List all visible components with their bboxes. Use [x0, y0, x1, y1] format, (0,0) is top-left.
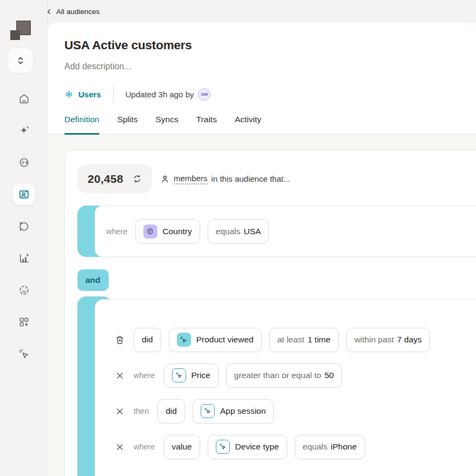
time-window-button[interactable]: within past 7 days: [346, 328, 430, 352]
sidebar-nav: [0, 92, 48, 379]
member-count: 20,458: [88, 173, 123, 186]
entity-label: Users: [78, 90, 101, 99]
sidebar-item-analytics[interactable]: [17, 252, 30, 265]
sidebar: [0, 0, 48, 476]
x-icon: [115, 407, 124, 416]
value-button[interactable]: value: [164, 435, 200, 459]
did-label: did: [142, 335, 153, 345]
keyword-then: then: [134, 407, 149, 415]
members-link[interactable]: members: [174, 174, 208, 184]
main-panel: USA Active customers Add description... …: [48, 23, 476, 476]
tab-definition[interactable]: Definition: [64, 115, 100, 134]
message-sparkle-icon: [18, 220, 30, 233]
event-label: App session: [220, 406, 266, 416]
sidebar-item-audiences[interactable]: [17, 188, 30, 201]
sidebar-item-integrations[interactable]: [17, 315, 30, 328]
condition-row: where Country equals USA: [95, 206, 476, 257]
breadcrumb-back[interactable]: All audiences: [45, 5, 100, 18]
window-muted: within past: [354, 335, 394, 345]
operator-button-equals-usa[interactable]: equals USA: [208, 219, 269, 243]
operator-value: 50: [325, 371, 334, 380]
event-property-chip: [172, 368, 186, 382]
event-row-did: did Product viewed: [113, 328, 476, 352]
frequency-button[interactable]: at least 1 time: [269, 328, 339, 352]
event-row-then-did: then did App session: [113, 399, 476, 424]
condition-group-1: where Country equals USA: [77, 206, 476, 257]
sidebar-item-journeys[interactable]: [17, 156, 30, 169]
event-button-product-viewed[interactable]: Product viewed: [169, 328, 262, 352]
frequency-muted: at least: [277, 335, 305, 345]
tab-activity[interactable]: Activity: [235, 115, 261, 134]
remove-row-button[interactable]: [113, 407, 126, 416]
cursor-sparkle-icon: [18, 348, 30, 360]
chevron-left-icon: [45, 8, 52, 15]
chevrons-up-down-icon: [15, 55, 27, 67]
tab-traits[interactable]: Traits: [196, 115, 217, 134]
frequency-value: 1 time: [308, 335, 330, 345]
logo-square-small: [10, 30, 20, 40]
remove-row-button[interactable]: [113, 371, 126, 380]
operator-value: USA: [243, 227, 261, 236]
event-chip: [177, 333, 191, 347]
sidebar-item-engage[interactable]: [17, 220, 30, 233]
contact-card-plus-icon: [18, 188, 30, 201]
audience-header: USA Active customers Add description... …: [48, 23, 476, 102]
cursor-sparkle-icon: [219, 443, 227, 451]
did-button[interactable]: did: [134, 328, 161, 352]
operator-button-gte-50[interactable]: greater than or equal to 50: [226, 363, 342, 388]
event-chip: [201, 404, 215, 418]
tab-syncs[interactable]: Syncs: [156, 115, 178, 134]
definition-card: 20,458 members in this audience that: [64, 150, 476, 476]
sidebar-item-activation[interactable]: [17, 347, 30, 360]
cursor-sparkle-icon: [180, 336, 188, 344]
shapes-plus-icon: [18, 316, 30, 328]
updated-text: Updated 3h ago by: [125, 90, 194, 99]
did-label: did: [166, 406, 177, 416]
property-button-country[interactable]: Country: [135, 219, 200, 243]
tab-bar: Definition Splits Syncs Traits Activity: [48, 115, 476, 134]
event-label: Product viewed: [196, 335, 254, 345]
event-condition-card: did Product viewed: [95, 299, 476, 476]
x-icon: [115, 371, 124, 380]
refresh-icon: [133, 174, 142, 183]
members-suffix: in this audience that...: [211, 174, 290, 183]
operator-muted: equals: [303, 442, 328, 452]
sidebar-item-face-scan[interactable]: [17, 283, 30, 296]
property-button-price[interactable]: Price: [164, 363, 219, 388]
tab-splits[interactable]: Splits: [117, 115, 138, 134]
property-button-device-type[interactable]: Device type: [208, 435, 287, 459]
keyword-where: where: [134, 371, 155, 380]
delete-row-button[interactable]: [113, 334, 126, 346]
circle-play-icon: [18, 156, 30, 169]
updated-info: Updated 3h ago by DM: [125, 88, 211, 101]
chart-plus-icon: [18, 252, 30, 265]
workspace-switcher-button[interactable]: [8, 48, 34, 74]
description-placeholder[interactable]: Add description...: [64, 62, 476, 71]
event-property-chip: [216, 440, 230, 454]
sidebar-item-home[interactable]: [17, 92, 30, 105]
property-label: Device type: [235, 442, 279, 452]
ai-sparkle-icon: [18, 124, 30, 137]
operator-muted: greater than or equal to: [234, 371, 321, 380]
property-label: Country: [163, 227, 192, 236]
members-sentence: members in this audience that...: [160, 174, 290, 184]
event-button-app-session[interactable]: App session: [193, 399, 274, 424]
home-icon: [18, 92, 30, 105]
connector-and-chip[interactable]: and: [77, 269, 109, 291]
breadcrumb-label: All audiences: [56, 8, 100, 16]
member-count-pill: 20,458: [77, 164, 152, 193]
avatar: DM: [198, 88, 210, 101]
x-icon: [115, 442, 124, 452]
keyword-where: where: [106, 227, 128, 236]
page-title: USA Active customers: [64, 38, 476, 52]
entity-type-link[interactable]: Users: [64, 90, 101, 99]
event-row-where-price: where Price greater than or equ: [113, 363, 476, 388]
remove-row-button[interactable]: [113, 442, 126, 452]
meta-row: Users Updated 3h ago by DM: [64, 86, 476, 102]
member-stats-row: 20,458 members in this audience that: [77, 164, 476, 193]
operator-button-equals-iphone[interactable]: equals iPhone: [295, 435, 365, 459]
sidebar-item-ai[interactable]: [17, 124, 30, 137]
property-chip: [143, 224, 157, 239]
refresh-button[interactable]: [133, 174, 142, 183]
did-button[interactable]: did: [157, 399, 185, 424]
